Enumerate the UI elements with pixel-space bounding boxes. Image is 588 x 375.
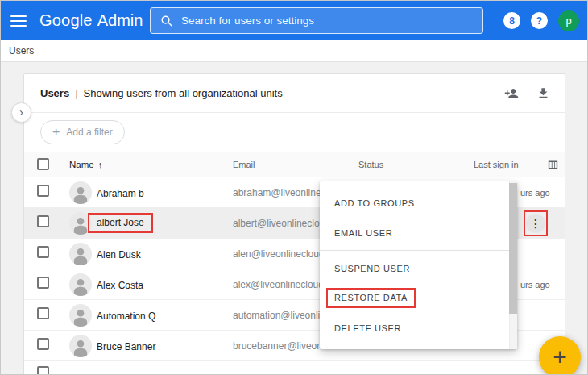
add-filter-button[interactable]: + Add a filter — [40, 120, 125, 144]
search-icon — [160, 15, 173, 27]
avatar-cell — [69, 181, 97, 204]
add-user-icon[interactable] — [504, 86, 519, 101]
menu-scrollbar-thumb[interactable] — [509, 183, 517, 314]
menu-scrollbar[interactable] — [509, 181, 517, 349]
user-avatar-icon — [69, 335, 92, 357]
annotation-box-restore-data: RESTORE DATA — [326, 288, 416, 308]
menu-item-label: ADD TO GROUPS — [334, 198, 415, 208]
user-avatar-icon — [69, 243, 92, 265]
user-avatar-icon — [69, 181, 92, 204]
select-all-cell — [37, 158, 69, 172]
row-checkbox[interactable] — [37, 338, 49, 350]
manage-columns-icon[interactable] — [546, 158, 560, 172]
name-header-label: Name — [69, 160, 94, 169]
column-header-status[interactable]: Status — [358, 160, 474, 169]
sort-ascending-icon: ↑ — [98, 160, 103, 169]
avatar-cell — [69, 273, 97, 296]
name-cell: Alen Dusk — [97, 247, 233, 261]
user-name[interactable]: Alen Dusk — [97, 249, 141, 260]
table-row[interactable] — [24, 361, 565, 375]
last-signin-header-label[interactable]: Last sign in — [474, 160, 519, 169]
checkbox-cell — [37, 338, 69, 353]
user-name[interactable]: Automation Q — [97, 310, 155, 322]
column-header-last-signin-group: Last sign in — [474, 158, 565, 172]
avatar-cell — [69, 243, 97, 265]
logo-admin: Admin — [97, 11, 143, 30]
admin-console-screen: Google Admin 8 ? p Users — [0, 0, 588, 375]
menu-divider — [320, 250, 517, 251]
row-checkbox[interactable] — [37, 246, 49, 258]
row-checkbox[interactable] — [37, 277, 49, 289]
content-area: Users|Showing users from all organizatio… — [1, 62, 587, 375]
question-mark-glyph: ? — [536, 15, 542, 27]
menu-item-suspend-user[interactable]: SUSPEND USER — [320, 253, 517, 283]
add-filter-label: Add a filter — [66, 127, 112, 138]
search-bar[interactable] — [150, 7, 483, 34]
avatar-cell — [69, 335, 97, 357]
name-cell: Abraham b — [97, 185, 233, 200]
panel-header-actions — [504, 86, 550, 101]
name-cell: Bruce Banner — [97, 339, 233, 353]
panel-title: Users|Showing users from all organizatio… — [40, 87, 283, 99]
row-checkbox[interactable] — [37, 366, 49, 375]
filter-section: + Add a filter — [24, 113, 565, 152]
help-icon[interactable]: ? — [531, 12, 548, 29]
expand-panel-button[interactable]: › — [11, 102, 31, 123]
avatar-cell — [69, 304, 97, 327]
notification-count: 8 — [509, 15, 515, 27]
user-avatar-icon — [69, 273, 92, 296]
menu-item-label: RESTORE DATA — [334, 293, 408, 302]
row-context-menu: ADD TO GROUPS EMAIL USER SUSPEND USER RE… — [320, 181, 517, 349]
menu-item-label: EMAIL USER — [334, 228, 392, 238]
panel-title-bold: Users — [40, 87, 69, 99]
user-avatar-icon — [69, 304, 92, 327]
row-checkbox[interactable] — [37, 307, 49, 319]
logo-google: Google — [39, 11, 93, 30]
checkbox-cell — [37, 307, 69, 323]
breadcrumb-users[interactable]: Users — [9, 45, 34, 56]
row-checkbox[interactable] — [37, 185, 49, 197]
panel-header: Users|Showing users from all organizatio… — [24, 74, 565, 113]
row-checkbox[interactable] — [37, 215, 49, 227]
breadcrumb: Users — [1, 40, 587, 62]
menu-item-email-user[interactable]: EMAIL USER — [320, 218, 517, 248]
menu-item-restore-data[interactable]: RESTORE DATA — [320, 283, 517, 313]
topbar-actions: 8 ? p — [503, 1, 579, 40]
topbar: Google Admin 8 ? p — [1, 1, 587, 40]
plus-icon: + — [52, 126, 60, 139]
name-cell: Alex Costa — [97, 277, 233, 292]
user-name[interactable]: albert Jose — [97, 217, 144, 228]
select-all-checkbox[interactable] — [37, 158, 49, 170]
checkbox-cell — [37, 185, 69, 200]
checkbox-cell — [37, 246, 69, 261]
menu-item-add-to-groups[interactable]: ADD TO GROUPS — [320, 188, 517, 218]
user-name[interactable]: Alex Costa — [97, 280, 143, 291]
user-name[interactable]: Abraham b — [97, 188, 144, 199]
name-cell: Automation Q — [97, 308, 233, 323]
account-avatar[interactable]: p — [558, 10, 579, 31]
chevron-right-icon: › — [19, 106, 23, 118]
checkbox-cell — [37, 277, 69, 292]
vertical-dots-icon: ⋮ — [530, 217, 541, 230]
table-header: Name ↑ Email Status Last sign in — [24, 152, 565, 177]
menu-icon[interactable] — [10, 15, 27, 27]
plus-icon: + — [553, 345, 567, 369]
panel-subtitle: Showing users from all organizational un… — [84, 87, 283, 99]
add-user-fab[interactable]: + — [539, 336, 581, 375]
name-cell: albert Jose — [97, 213, 233, 233]
notifications-badge[interactable]: 8 — [503, 12, 520, 29]
annotation-box-user-name: albert Jose — [88, 213, 153, 233]
title-separator: | — [75, 87, 77, 99]
user-name[interactable]: Bruce Banner — [97, 341, 155, 352]
search-input[interactable] — [181, 15, 473, 27]
row-menu-button[interactable]: ⋮ — [526, 214, 545, 233]
column-header-name[interactable]: Name ↑ — [69, 160, 233, 169]
menu-item-label: DELETE USER — [334, 323, 401, 333]
app-logo: Google Admin — [39, 11, 143, 30]
checkbox-cell — [37, 215, 69, 231]
avatar-letter: p — [565, 15, 571, 27]
menu-item-delete-user[interactable]: DELETE USER — [320, 313, 517, 343]
annotation-box-row-menu: ⋮ — [524, 210, 548, 236]
download-icon[interactable] — [536, 86, 550, 100]
column-header-email[interactable]: Email — [233, 160, 358, 169]
